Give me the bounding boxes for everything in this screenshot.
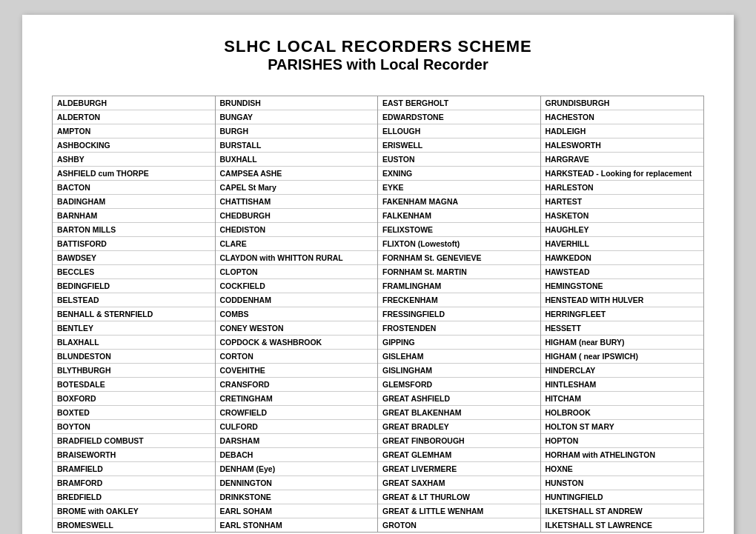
parish-item: EAST BERGHOLT	[378, 96, 540, 110]
parish-item: HESSETT	[541, 321, 704, 336]
parish-item: HOPTON	[541, 434, 704, 448]
parish-item: BAWDSEY	[53, 251, 215, 265]
parish-item: HAUGHLEY	[541, 223, 704, 237]
parish-item: CHATTISHAM	[216, 195, 378, 209]
parish-item: BLUNDESTON	[53, 350, 215, 364]
parish-item: HOXNE	[541, 462, 704, 476]
parish-item: ASHBOCKING	[53, 138, 215, 153]
parish-item: HOLBROOK	[541, 406, 704, 420]
parish-item: ALDERTON	[53, 110, 215, 124]
parish-item: BROME with OAKLEY	[53, 504, 215, 518]
parish-item: HAVERHILL	[541, 237, 704, 251]
column-4: GRUNDISBURGHHACHESTONHADLEIGHHALESWORTHH…	[541, 96, 704, 532]
parish-item: DENHAM (Eye)	[216, 462, 378, 476]
parish-item: GREAT ASHFIELD	[378, 392, 540, 406]
parish-item: HAWSTEAD	[541, 265, 704, 279]
parish-item: ILKETSHALL ST LAWRENCE	[541, 518, 704, 532]
parish-item: CULFORD	[216, 420, 378, 434]
parish-item: CAPEL St Mary	[216, 181, 378, 195]
parish-item: CORTON	[216, 350, 378, 364]
parish-item: HASKETON	[541, 209, 704, 223]
column-2: BRUNDISHBUNGAYBURGHBURSTALLBUXHALLCAMPSE…	[216, 96, 379, 532]
parish-item: HARTEST	[541, 195, 704, 209]
main-title: SLHC LOCAL RECORDERS SCHEME	[52, 37, 704, 56]
parish-item: HADLEIGH	[541, 124, 704, 138]
parish-item: BROMESWELL	[53, 518, 215, 532]
parish-item: HOLTON ST MARY	[541, 420, 704, 434]
parish-item: CONEY WESTON	[216, 321, 378, 336]
parish-item: BENHALL & STERNFIELD	[53, 307, 215, 321]
parish-item: HARGRAVE	[541, 153, 704, 167]
parish-item: CLAYDON with WHITTON RURAL	[216, 251, 378, 265]
parish-item: GISLINGHAM	[378, 364, 540, 378]
parish-item: ERISWELL	[378, 138, 540, 153]
parish-item: FRAMLINGHAM	[378, 279, 540, 293]
parish-item: CLARE	[216, 237, 378, 251]
title-section: SLHC LOCAL RECORDERS SCHEME PARISHES wit…	[52, 37, 704, 73]
parish-item: HARLESTON	[541, 181, 704, 195]
parish-item: BENTLEY	[53, 321, 215, 336]
parish-item: HERRINGFLEET	[541, 307, 704, 321]
parish-item: GISLEHAM	[378, 350, 540, 364]
parish-item: GREAT & LT THURLOW	[378, 490, 540, 504]
parish-item: BRADFIELD COMBUST	[53, 434, 215, 448]
parish-item: ELLOUGH	[378, 124, 540, 138]
parish-item: CRANSFORD	[216, 378, 378, 392]
parish-item: GREAT SAXHAM	[378, 476, 540, 490]
parish-item: BLAXHALL	[53, 336, 215, 350]
parish-item: FROSTENDEN	[378, 321, 540, 336]
parish-item: HACHESTON	[541, 110, 704, 124]
parish-item: HORHAM with ATHELINGTON	[541, 448, 704, 462]
parish-item: GRUNDISBURGH	[541, 96, 704, 110]
parish-item: BARTON MILLS	[53, 223, 215, 237]
parish-item: CROWFIELD	[216, 406, 378, 420]
parish-item: HIGHAM ( near IPSWICH)	[541, 350, 704, 364]
sub-title: PARISHES with Local Recorder	[52, 56, 704, 73]
parish-item: EXNING	[378, 167, 540, 181]
parish-item: GIPPING	[378, 336, 540, 350]
parish-item: HIGHAM (near BURY)	[541, 336, 704, 350]
parish-item: AMPTON	[53, 124, 215, 138]
parish-item: BATTISFORD	[53, 237, 215, 251]
parish-item: GREAT & LITTLE WENHAM	[378, 504, 540, 518]
parish-item: BOXTED	[53, 406, 215, 420]
parish-item: CAMPSEA ASHE	[216, 167, 378, 181]
parish-item: BARNHAM	[53, 209, 215, 223]
parish-item: EARL STONHAM	[216, 518, 378, 532]
parish-item: FAKENHAM MAGNA	[378, 195, 540, 209]
parish-item: BUNGAY	[216, 110, 378, 124]
parish-item: HAWKEDON	[541, 251, 704, 265]
parish-item: FRECKENHAM	[378, 293, 540, 307]
parish-item: HUNSTON	[541, 476, 704, 490]
parish-item: BURGH	[216, 124, 378, 138]
parish-item: GREAT BRADLEY	[378, 420, 540, 434]
parish-item: BUXHALL	[216, 153, 378, 167]
parish-item: BRAMFIELD	[53, 462, 215, 476]
parish-item: HALESWORTH	[541, 138, 704, 153]
parish-item: COCKFIELD	[216, 279, 378, 293]
page: SLHC LOCAL RECORDERS SCHEME PARISHES wit…	[22, 15, 734, 534]
parish-item: FORNHAM St. GENEVIEVE	[378, 251, 540, 265]
parish-item: EDWARDSTONE	[378, 110, 540, 124]
column-1: ALDEBURGHALDERTONAMPTONASHBOCKINGASHBYAS…	[53, 96, 216, 532]
columns-container: ALDEBURGHALDERTONAMPTONASHBOCKINGASHBYAS…	[52, 96, 704, 533]
parish-item: BACTON	[53, 181, 215, 195]
parish-item: ILKETSHALL ST ANDREW	[541, 504, 704, 518]
parish-item: EUSTON	[378, 153, 540, 167]
parish-item: CLOPTON	[216, 265, 378, 279]
parish-item: DRINKSTONE	[216, 490, 378, 504]
parish-item: FLIXTON (Lowestoft)	[378, 237, 540, 251]
parish-item: FELIXSTOWE	[378, 223, 540, 237]
parish-item: COMBS	[216, 307, 378, 321]
parish-item: BOTESDALE	[53, 378, 215, 392]
parish-item: BELSTEAD	[53, 293, 215, 307]
parish-item: CHEDISTON	[216, 223, 378, 237]
parish-item: CHEDBURGH	[216, 209, 378, 223]
parish-item: BEDINGFIELD	[53, 279, 215, 293]
parish-item: HUNTINGFIELD	[541, 490, 704, 504]
parish-item: HEMINGSTONE	[541, 279, 704, 293]
parish-item: BECCLES	[53, 265, 215, 279]
parish-item: HINTLESHAM	[541, 378, 704, 392]
parish-item: HENSTEAD WITH HULVER	[541, 293, 704, 307]
parish-item: BREDFIELD	[53, 490, 215, 504]
